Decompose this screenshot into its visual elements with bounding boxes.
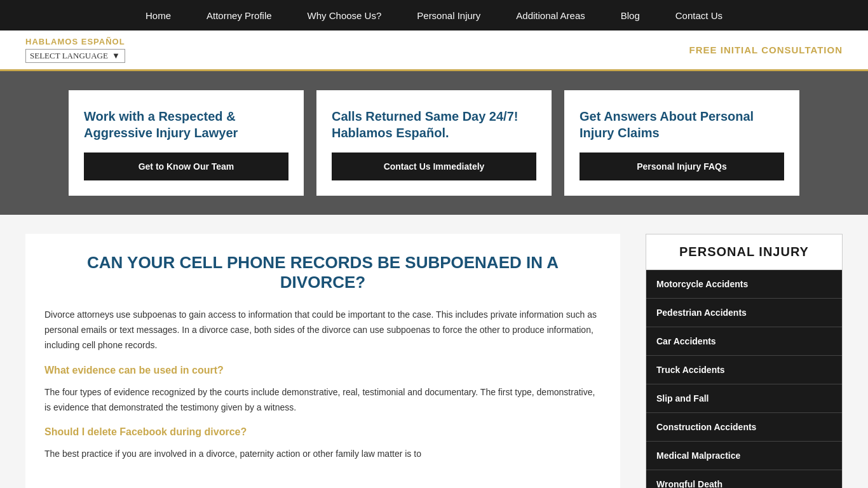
nav-why-choose-us[interactable]: Why Choose Us? bbox=[290, 0, 400, 30]
main-nav: Home Attorney Profile Why Choose Us? Per… bbox=[0, 0, 868, 30]
article-paragraph-3: The best practice if you are involved in… bbox=[44, 447, 601, 462]
sidebar-link-wrongful-death[interactable]: Wrongful Death bbox=[646, 470, 842, 488]
article-subheading-1: What evidence can be used in court? bbox=[44, 365, 601, 376]
hero-card-2-heading: Calls Returned Same Day 24/7! Hablamos E… bbox=[332, 108, 536, 141]
chevron-down-icon: ▼ bbox=[112, 51, 120, 61]
lang-select-label: SELECT LANGUAGE bbox=[30, 51, 108, 61]
hero-section: Work with a Respected & Aggressive Injur… bbox=[0, 71, 868, 215]
nav-attorney-profile[interactable]: Attorney Profile bbox=[189, 0, 290, 30]
hablamos-title: HABLAMOS ESPAÑOL bbox=[25, 37, 125, 46]
nav-home[interactable]: Home bbox=[128, 0, 189, 30]
header-bar: HABLAMOS ESPAÑOL SELECT LANGUAGE ▼ FREE … bbox=[0, 30, 868, 71]
hero-card-1: Work with a Respected & Aggressive Injur… bbox=[69, 90, 304, 196]
article-title: CAN YOUR CELL PHONE RECORDS BE SUBPOENAE… bbox=[44, 253, 601, 292]
nav-blog[interactable]: Blog bbox=[603, 0, 658, 30]
sidebar: PERSONAL INJURY Motorcycle Accidents Ped… bbox=[646, 234, 843, 488]
sidebar-title: PERSONAL INJURY bbox=[646, 234, 842, 270]
hero-card-2-button[interactable]: Contact Us Immediately bbox=[332, 152, 536, 180]
language-select[interactable]: SELECT LANGUAGE ▼ bbox=[25, 49, 125, 63]
hero-card-3-button[interactable]: Personal Injury FAQs bbox=[580, 152, 784, 180]
hero-card-3: Get Answers About Personal Injury Claims… bbox=[564, 90, 799, 196]
sidebar-personal-injury-box: PERSONAL INJURY Motorcycle Accidents Ped… bbox=[646, 234, 843, 488]
article-paragraph-1: Divorce attorneys use subpoenas to gain … bbox=[44, 308, 601, 353]
nav-personal-injury[interactable]: Personal Injury bbox=[399, 0, 498, 30]
sidebar-link-pedestrian-accidents[interactable]: Pedestrian Accidents bbox=[646, 299, 842, 327]
free-consultation-link[interactable]: FREE INITIAL CONSULTATION bbox=[689, 44, 843, 55]
hero-card-1-button[interactable]: Get to Know Our Team bbox=[84, 152, 288, 180]
sidebar-link-car-accidents[interactable]: Car Accidents bbox=[646, 327, 842, 356]
sidebar-link-construction-accidents[interactable]: Construction Accidents bbox=[646, 413, 842, 442]
sidebar-link-truck-accidents[interactable]: Truck Accidents bbox=[646, 356, 842, 384]
nav-additional-areas[interactable]: Additional Areas bbox=[498, 0, 602, 30]
article: CAN YOUR CELL PHONE RECORDS BE SUBPOENAE… bbox=[25, 234, 620, 488]
article-paragraph-2: The four types of evidence recognized by… bbox=[44, 385, 601, 416]
hero-card-2: Calls Returned Same Day 24/7! Hablamos E… bbox=[316, 90, 552, 196]
sidebar-link-slip-and-fall[interactable]: Slip and Fall bbox=[646, 384, 842, 413]
sidebar-link-medical-malpractice[interactable]: Medical Malpractice bbox=[646, 442, 842, 470]
main-content: CAN YOUR CELL PHONE RECORDS BE SUBPOENAE… bbox=[0, 215, 868, 488]
nav-contact-us[interactable]: Contact Us bbox=[658, 0, 740, 30]
article-subheading-2: Should I delete Facebook during divorce? bbox=[44, 426, 601, 438]
sidebar-link-motorcycle-accidents[interactable]: Motorcycle Accidents bbox=[646, 270, 842, 299]
hero-card-3-heading: Get Answers About Personal Injury Claims bbox=[580, 108, 784, 141]
hablamos-section: HABLAMOS ESPAÑOL SELECT LANGUAGE ▼ bbox=[25, 37, 125, 63]
hero-card-1-heading: Work with a Respected & Aggressive Injur… bbox=[84, 108, 288, 141]
